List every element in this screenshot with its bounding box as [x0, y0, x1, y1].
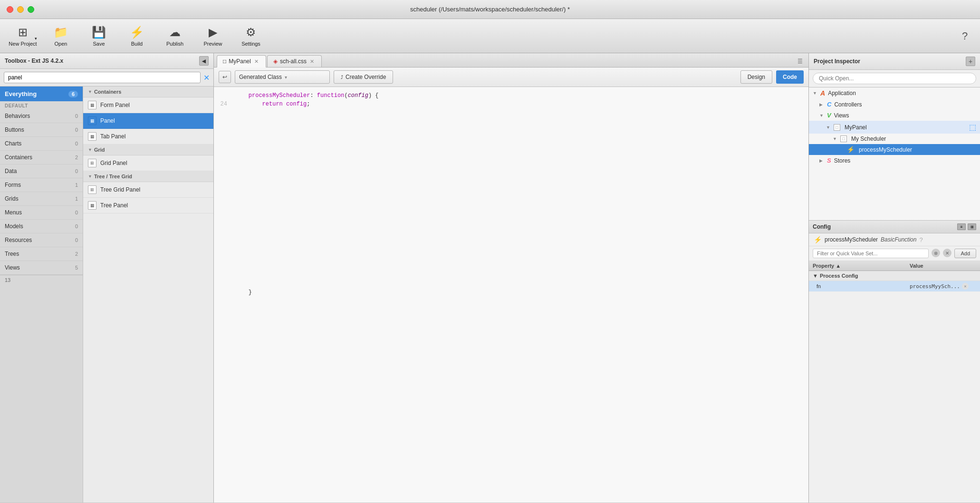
code-line-empty — [214, 109, 808, 117]
property-col-sort-icon[interactable]: ▲ — [836, 263, 841, 269]
save-button[interactable]: 💾 Save — [81, 22, 117, 50]
category-item-buttons[interactable]: Buttons 0 — [0, 123, 83, 137]
mypanel-tree-label: MyPanel — [845, 124, 867, 131]
category-item-containers[interactable]: Containers 2 — [0, 151, 83, 164]
publish-button[interactable]: ☁ Publish — [157, 22, 193, 50]
tree-panel-label: Tree Panel — [100, 202, 128, 209]
create-override-label: Create Override — [346, 74, 386, 80]
toolbox-collapse-button[interactable]: ◀ — [199, 56, 209, 66]
component-tab-panel[interactable]: ▦ Tab Panel — [83, 129, 213, 145]
schcss-tab-close[interactable]: ✕ — [309, 58, 316, 65]
application-arrow[interactable]: ▼ — [813, 91, 818, 96]
category-item-forms[interactable]: Forms 1 — [0, 178, 83, 192]
config-add-button[interactable]: Add — [954, 249, 976, 258]
views-arrow[interactable]: ▼ — [819, 113, 825, 118]
tree-grid-panel-icon: ⊞ — [88, 185, 96, 194]
back-icon: ↩ — [222, 74, 227, 80]
tree-item-controllers[interactable]: ▶ C Controllers — [809, 99, 980, 110]
category-item-behaviors[interactable]: Behaviors 0 — [0, 109, 83, 123]
tab-schcss[interactable]: ◈ sch-all.css ✕ — [267, 55, 322, 67]
myscheduler-arrow[interactable]: ▼ — [833, 136, 838, 141]
project-inspector-add-button[interactable]: + — [966, 57, 975, 66]
project-inspector-search-input[interactable] — [813, 73, 976, 84]
category-item-views[interactable]: Views 5 — [0, 261, 83, 275]
section-containers-arrow[interactable]: ▼ — [88, 89, 92, 94]
section-tree-arrow[interactable]: ▼ — [88, 174, 92, 179]
config-item-info: ⚡ processMyScheduler BasicFunction ? — [809, 233, 980, 246]
stores-arrow[interactable]: ▶ — [819, 158, 825, 163]
component-panel[interactable]: ▦ Panel — [83, 113, 213, 129]
config-item-type: BasicFunction — [881, 236, 916, 243]
grid-panel-label: Grid Panel — [100, 160, 127, 166]
tree-item-mypanel[interactable]: ▼ □ MyPanel ⬚ — [809, 121, 980, 134]
tree-item-myscheduler[interactable]: ▼ □ My Scheduler — [809, 134, 980, 144]
tree-item-views[interactable]: ▼ V Views — [809, 110, 980, 121]
build-button[interactable]: ⚡ Build — [119, 22, 155, 50]
property-col-name-label: Property — [813, 263, 834, 269]
section-header-containers: ▼ Containers — [83, 87, 213, 97]
code-button[interactable]: Code — [776, 70, 804, 84]
panel-label: Panel — [100, 117, 115, 124]
open-button[interactable]: 📁 Open — [43, 22, 79, 50]
class-dropdown[interactable]: Generated Class ▾ — [235, 70, 330, 84]
design-button[interactable]: Design — [740, 70, 772, 84]
controllers-arrow[interactable]: ▶ — [819, 102, 825, 107]
code-editor[interactable]: processMyScheduler: function(config) { 2… — [214, 87, 808, 503]
component-form-panel[interactable]: ▦ Form Panel — [83, 97, 213, 113]
section-grid-arrow[interactable]: ▼ — [88, 147, 92, 152]
config-filter-clear-button[interactable]: ⊗ — [932, 249, 940, 257]
config-filter-input[interactable] — [813, 249, 929, 258]
category-item-grids[interactable]: Grids 1 — [0, 192, 83, 206]
help-icon: ? — [962, 30, 968, 42]
settings-button[interactable]: ⚙ Settings — [233, 22, 269, 50]
toolbox-search-clear-icon[interactable]: ✕ — [203, 73, 210, 82]
category-forms-label: Forms — [5, 182, 21, 188]
config-filter-x-button[interactable]: ✕ — [943, 249, 951, 257]
application-icon: A — [820, 89, 825, 97]
category-charts-label: Charts — [5, 140, 21, 147]
category-item-resources[interactable]: Resources 0 — [0, 233, 83, 247]
zoom-button[interactable] — [28, 6, 34, 13]
config-help-icon[interactable]: ? — [919, 236, 922, 243]
category-everything-item[interactable]: Everything 6 — [0, 87, 83, 101]
tree-grid-panel-label: Tree Grid Panel — [100, 186, 140, 193]
tree-panel-icon: ▦ — [88, 201, 96, 210]
component-grid-panel[interactable]: ⊞ Grid Panel — [83, 155, 213, 171]
component-tree-panel[interactable]: ▦ Tree Panel — [83, 198, 213, 213]
property-col-value-label: Value — [910, 263, 923, 269]
myscheduler-label: My Scheduler — [851, 135, 886, 142]
tree-item-processmyscheduler[interactable]: ⚡ processMyScheduler — [809, 144, 980, 155]
tree-item-application[interactable]: ▼ A Application — [809, 87, 980, 99]
category-item-trees[interactable]: Trees 2 — [0, 247, 83, 261]
mypanel-arrow[interactable]: ▼ — [826, 125, 832, 130]
minimize-button[interactable] — [17, 6, 24, 13]
property-fn-remove-button[interactable]: ✕ — [962, 283, 969, 290]
config-grid-view-button[interactable]: ⊞ — [968, 223, 976, 230]
myscheduler-icon: □ — [840, 135, 847, 142]
new-project-button[interactable]: ⊞ New Project — [5, 22, 41, 50]
tab-mypanel[interactable]: □ MyPanel ✕ — [217, 55, 266, 68]
category-charts-count: 0 — [75, 141, 78, 146]
tab-menu-button[interactable]: ☰ — [794, 56, 806, 67]
category-item-charts[interactable]: Charts 0 — [0, 137, 83, 151]
category-item-models[interactable]: Models 0 — [0, 220, 83, 233]
help-button[interactable]: ? — [954, 26, 975, 47]
section-arrow[interactable]: ▼ — [813, 273, 818, 279]
property-section-process-config: ▼ Process Config — [809, 271, 980, 281]
category-item-data[interactable]: Data 0 — [0, 164, 83, 178]
category-containers-count: 2 — [75, 155, 78, 160]
back-button[interactable]: ↩ — [219, 71, 231, 83]
create-override-button[interactable]: ⤴ Create Override — [334, 70, 393, 84]
mypanel-tab-close[interactable]: ✕ — [253, 58, 260, 65]
close-button[interactable] — [7, 6, 13, 13]
tree-item-stores[interactable]: ▶ S Stores — [809, 155, 980, 166]
component-tree-grid-panel[interactable]: ⊞ Tree Grid Panel — [83, 182, 213, 198]
project-inspector-title: Project Inspector — [814, 58, 860, 65]
property-table: Property ▲ Value ▼ Process Config fn pro… — [809, 261, 980, 503]
preview-button[interactable]: ▶ Preview — [195, 22, 231, 50]
category-item-menus[interactable]: Menus 0 — [0, 206, 83, 220]
open-icon: 📁 — [54, 26, 68, 39]
new-project-icon: ⊞ — [18, 26, 28, 39]
config-list-view-button[interactable]: ≡ — [957, 223, 966, 230]
toolbox-search-input[interactable] — [4, 72, 201, 83]
